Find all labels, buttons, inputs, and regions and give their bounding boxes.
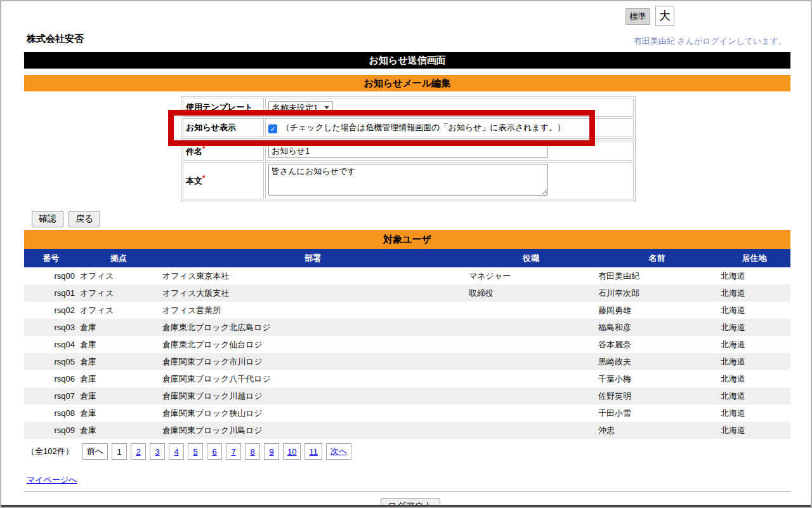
- footer-divider: [24, 491, 790, 491]
- cell-name: 千葉小梅: [596, 370, 718, 387]
- cell-base: 倉庫: [77, 387, 160, 404]
- body-label: 本文*: [183, 162, 264, 199]
- pagination-page-7[interactable]: 7: [226, 443, 241, 460]
- table-row: rsq06倉庫倉庫関東ブロック八千代ロジ千葉小梅北海道: [24, 370, 790, 387]
- cell-pref: 北海道: [718, 422, 790, 439]
- cell-role: [466, 336, 596, 353]
- cell-pref: 北海道: [718, 370, 790, 387]
- notice-display-note: （チェックした場合は危機管理情報画面の「お知らせ」に表示されます。）: [282, 123, 565, 132]
- cell-no: rsq08: [24, 404, 77, 422]
- cell-dept: 倉庫関東ブロック市川ロジ: [160, 353, 466, 370]
- notice-form-table-bottom: 件名* 本文* 皆さんにお知らせです: [181, 140, 636, 201]
- cell-base: 倉庫: [77, 422, 160, 439]
- notice-form-table-top: 使用テンプレート 名称未設定1 お知らせ表示 ✓（チェックした場合は危機管理情報…: [181, 96, 636, 139]
- chevron-down-icon: [324, 106, 329, 109]
- notice-display-checkbox[interactable]: ✓: [268, 124, 277, 133]
- cell-name: 佐野英明: [596, 387, 718, 404]
- cell-base: オフィス: [77, 267, 160, 284]
- window-bottom-edge: [1, 505, 811, 507]
- cell-dept: オフィス大阪支社: [160, 284, 466, 302]
- user-table-header-row: 番号 拠点 部署 役職 名前 居住地: [24, 249, 790, 267]
- template-label: 使用テンプレート: [183, 98, 264, 117]
- col-header-name: 名前: [596, 249, 718, 267]
- cell-dept: オフィス営業所: [160, 302, 466, 319]
- user-table: 番号 拠点 部署 役職 名前 居住地 rsq00オフィスオフィス東京本社マネジャ…: [24, 249, 790, 439]
- cell-pref: 北海道: [718, 404, 790, 422]
- pagination-page-5[interactable]: 5: [188, 443, 203, 460]
- cell-role: [466, 370, 596, 387]
- cell-pref: 北海道: [718, 284, 790, 302]
- cell-name: 石川幸次郎: [596, 284, 718, 302]
- back-button[interactable]: 戻る: [69, 211, 100, 227]
- confirm-button[interactable]: 確認: [32, 211, 63, 227]
- pagination-page-9[interactable]: 9: [264, 443, 279, 460]
- table-row: rsq00オフィスオフィス東京本社マネジャー有田美由紀北海道: [24, 267, 790, 284]
- pagination-page-3[interactable]: 3: [150, 443, 165, 460]
- pagination-pages: 1234567891011: [112, 443, 322, 460]
- cell-dept: 倉庫東北ブロック仙台ロジ: [160, 336, 466, 353]
- subject-input[interactable]: [268, 144, 548, 158]
- cell-no: rsq04: [24, 336, 77, 353]
- cell-name: 谷本麗奈: [596, 336, 718, 353]
- pagination-page-4[interactable]: 4: [169, 443, 184, 460]
- body-textarea[interactable]: 皆さんにお知らせです: [268, 164, 548, 196]
- cell-pref: 北海道: [718, 319, 790, 336]
- cell-no: rsq09: [24, 422, 77, 439]
- section-title-edit: お知らせメール編集: [24, 75, 790, 91]
- cell-base: 倉庫: [77, 404, 160, 422]
- cell-pref: 北海道: [718, 302, 790, 319]
- template-select[interactable]: 名称未設定1: [268, 101, 333, 115]
- cell-no: rsq03: [24, 319, 77, 336]
- pagination-prev[interactable]: 前へ: [82, 443, 108, 460]
- table-row: rsq03倉庫倉庫東北ブロック北広島ロジ福島和彦北海道: [24, 319, 790, 336]
- required-mark: *: [202, 174, 205, 182]
- pagination-next[interactable]: 次へ: [326, 443, 351, 460]
- cell-role: [466, 353, 596, 370]
- company-name: 株式会社安否: [27, 33, 84, 45]
- mypage-link[interactable]: マイページへ: [27, 474, 77, 486]
- pagination-page-2[interactable]: 2: [131, 443, 146, 460]
- template-select-value: 名称未設定1: [272, 102, 318, 114]
- cell-role: [466, 387, 596, 404]
- col-header-pref: 居住地: [718, 249, 790, 267]
- cell-pref: 北海道: [718, 353, 790, 370]
- pagination-page-8[interactable]: 8: [245, 443, 260, 460]
- cell-no: rsq07: [24, 387, 77, 404]
- cell-role: [466, 302, 596, 319]
- cell-base: 倉庫: [77, 319, 160, 336]
- required-mark: *: [202, 145, 205, 152]
- table-row: rsq04倉庫倉庫東北ブロック仙台ロジ谷本麗奈北海道: [24, 336, 790, 353]
- page: 標準 大 株式会社安否 有田美由紀 さんがログインしています。 お知らせ送信画面…: [0, 0, 812, 508]
- cell-dept: 倉庫関東ブロック八千代ロジ: [160, 370, 466, 387]
- cell-role: [466, 422, 596, 439]
- font-size-large-button[interactable]: 大: [655, 6, 674, 26]
- cell-role: 取締役: [466, 284, 596, 302]
- table-row: rsq05倉庫倉庫関東ブロック市川ロジ黒崎政夫北海道: [24, 353, 790, 370]
- table-row: rsq01オフィスオフィス大阪支社取締役石川幸次郎北海道: [24, 284, 790, 302]
- form-actions: 確認 戻る: [32, 211, 100, 227]
- page-title: お知らせ送信画面: [24, 52, 790, 69]
- cell-no: rsq02: [24, 302, 77, 319]
- cell-name: 藤岡勇雄: [596, 302, 718, 319]
- cell-role: マネジャー: [466, 267, 596, 284]
- cell-name: 有田美由紀: [596, 267, 718, 284]
- notice-display-label: お知らせ表示: [183, 118, 264, 137]
- cell-dept: 倉庫関東ブロック狭山ロジ: [160, 404, 466, 422]
- table-row: rsq07倉庫倉庫関東ブロック川越ロジ佐野英明北海道: [24, 387, 790, 404]
- cell-base: 倉庫: [77, 336, 160, 353]
- login-status-text: 有田美由紀 さんがログインしています。: [634, 36, 787, 47]
- cell-name: 沖忠: [596, 422, 718, 439]
- table-row: rsq09倉庫倉庫関東ブロック川島ロジ沖忠北海道: [24, 422, 790, 439]
- pagination-page-11[interactable]: 11: [304, 443, 322, 460]
- col-header-number: 番号: [24, 249, 77, 267]
- section-title-target-users: 対象ユーザ: [24, 230, 790, 249]
- pagination-page-10[interactable]: 10: [283, 443, 301, 460]
- col-header-base: 拠点: [77, 249, 160, 267]
- pagination-page-6[interactable]: 6: [207, 443, 222, 460]
- cell-dept: 倉庫関東ブロック川越ロジ: [160, 387, 466, 404]
- subject-label: 件名*: [183, 142, 264, 161]
- cell-dept: オフィス東京本社: [160, 267, 466, 284]
- cell-no: rsq06: [24, 370, 77, 387]
- font-size-standard-button[interactable]: 標準: [625, 8, 650, 25]
- cell-base: オフィス: [77, 302, 160, 319]
